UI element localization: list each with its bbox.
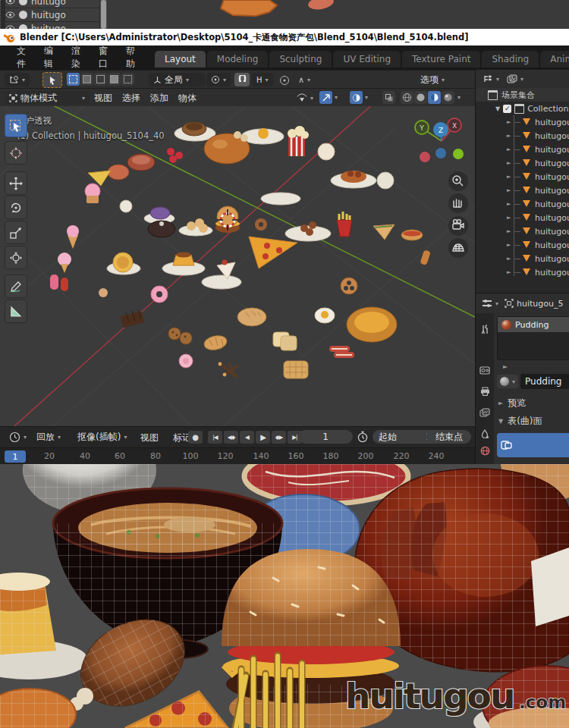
outliner-item[interactable]: ►huitugou <box>476 115 569 129</box>
tab-view-layer[interactable] <box>478 406 492 419</box>
outliner-display-mode-dropdown[interactable]: ▾ <box>482 72 501 86</box>
food-cup[interactable] <box>377 172 394 189</box>
menu-view[interactable]: 视图 <box>87 92 119 105</box>
snap-target-dropdown[interactable]: H ▾ <box>252 73 273 86</box>
active-tool-button[interactable] <box>42 72 62 88</box>
select-invert-button[interactable] <box>108 73 121 86</box>
select-subtract-button[interactable] <box>94 73 107 86</box>
scrollbar-thumb[interactable] <box>101 0 106 29</box>
food-waffle[interactable] <box>284 361 308 378</box>
menu-help[interactable]: 帮助 <box>117 46 144 70</box>
food-chocolate[interactable] <box>121 309 145 328</box>
food-bacon[interactable] <box>329 346 354 358</box>
browse-material-button[interactable]: ▾ <box>497 375 518 388</box>
food-berry-pie[interactable] <box>150 207 170 219</box>
tab-uv-editing[interactable]: UV Editing <box>333 51 401 67</box>
options-dropdown[interactable]: 选项 ▾ <box>416 73 449 86</box>
outliner-item[interactable]: ►huitugou <box>476 197 569 211</box>
transform-orientation-dropdown[interactable]: 全局 ▾ <box>149 73 205 86</box>
surface-section-header[interactable]: ▼ 表(曲)面 <box>498 415 542 428</box>
outliner-item[interactable]: ►huitugou <box>476 252 569 265</box>
food-cluster[interactable] <box>50 122 431 378</box>
menu-timeline-view[interactable]: 视图 <box>140 431 159 444</box>
outliner-item[interactable]: ►huitugou <box>476 156 569 170</box>
tab-shading[interactable]: Shading <box>482 51 539 67</box>
tab-layout[interactable]: Layout <box>155 51 206 67</box>
outliner-item[interactable]: ►huitugou <box>476 265 569 279</box>
use-nodes-button[interactable] <box>497 433 569 457</box>
food-pretzel[interactable] <box>341 278 357 294</box>
pivot-point-dropdown[interactable]: ▾ <box>206 73 231 86</box>
collection-row[interactable]: ▼ ✓ Collection <box>476 102 569 115</box>
tab-texture-paint[interactable]: Texture Paint <box>402 51 480 67</box>
expand-icon[interactable]: ▼ <box>495 105 500 112</box>
tool-annotate[interactable] <box>5 275 27 298</box>
food-toast[interactable] <box>273 332 297 350</box>
tab-sculpting[interactable]: Sculpting <box>269 51 332 67</box>
properties-editor-dropdown[interactable]: ▾ <box>480 297 500 310</box>
food-popsicles[interactable] <box>50 275 68 291</box>
food-croissant[interactable] <box>203 334 228 352</box>
visibility-filter-dropdown[interactable]: ▾ <box>292 91 318 105</box>
navigation-gizmo[interactable]: Y X Z <box>415 118 464 162</box>
prev-keyframe-button[interactable]: ◀◆ <box>224 431 238 444</box>
food-teacup[interactable] <box>120 200 132 212</box>
camera-view-button[interactable] <box>448 216 468 236</box>
timeline-editor-dropdown[interactable]: ▾ <box>5 430 31 444</box>
menu-file[interactable]: 文件 <box>8 46 35 70</box>
menu-render[interactable]: 渲染 <box>62 46 90 70</box>
food-pizza-slice[interactable] <box>249 237 297 268</box>
menu-add[interactable]: 添加 <box>143 92 175 105</box>
menu-playback[interactable]: 回放▾ <box>32 430 65 444</box>
shading-material-button[interactable] <box>428 91 441 104</box>
outliner-item[interactable]: ►huitugou <box>476 143 569 156</box>
material-slot-row[interactable]: Pudding <box>498 317 569 332</box>
food-fried-egg[interactable] <box>315 308 335 323</box>
tab-output[interactable] <box>478 384 492 398</box>
gizmo-dot-blue[interactable] <box>435 148 446 158</box>
menu-edit[interactable]: 编辑 <box>35 46 62 70</box>
outliner-item[interactable]: ►huitugou <box>476 211 569 224</box>
menu-select[interactable]: 选择 <box>115 92 147 105</box>
gizmo-toggle[interactable] <box>319 91 332 104</box>
snap-toggle-button[interactable] <box>234 73 250 86</box>
food-strawberries[interactable] <box>167 148 183 163</box>
window-title-bar[interactable]: Blender [C:\Users\Administrator\Desktop\… <box>0 29 569 46</box>
gizmo-dot-red[interactable] <box>420 152 430 162</box>
list-item[interactable]: huitugo <box>5 0 99 8</box>
material-name-field[interactable]: Pudding <box>520 374 569 389</box>
auto-keying-button[interactable] <box>357 431 369 443</box>
tool-select-box[interactable] <box>5 114 27 137</box>
food-hotdog[interactable] <box>401 230 423 240</box>
menu-keying[interactable]: 抠像(插帧)▾ <box>73 430 131 444</box>
menu-window[interactable]: 窗口 <box>90 46 117 70</box>
food-pie[interactable] <box>347 307 397 342</box>
food-bun[interactable] <box>318 143 335 160</box>
food-pink-donut[interactable] <box>151 286 168 303</box>
zoom-button[interactable] <box>448 171 468 191</box>
list-item[interactable]: huitugo <box>5 22 99 29</box>
preview-section-header[interactable]: ► 预览 <box>498 397 526 410</box>
food-mini-donut[interactable] <box>255 218 267 231</box>
prev-frame-button[interactable]: ◀ <box>240 431 254 444</box>
ortho-toggle-button[interactable] <box>448 238 468 258</box>
shading-wireframe-button[interactable] <box>401 91 413 104</box>
food-ham[interactable] <box>108 165 129 180</box>
shading-solid-button[interactable] <box>414 91 427 104</box>
current-frame-field[interactable]: 1 <box>298 430 353 444</box>
outliner-item[interactable]: ►huitugou <box>476 170 569 184</box>
overlays-toggle[interactable] <box>350 91 363 104</box>
next-keyframe-button[interactable]: ◆▶ <box>272 431 286 444</box>
food-corndog[interactable] <box>420 249 430 265</box>
menu-object[interactable]: 物体 <box>171 92 203 105</box>
outliner-item[interactable]: ►huitugou <box>476 224 569 238</box>
select-intersect-button[interactable] <box>121 73 134 86</box>
falloff-dropdown[interactable]: ∧ ▾ <box>294 73 315 86</box>
gizmo-dot-green[interactable] <box>453 149 464 159</box>
tab-tool[interactable] <box>478 322 492 336</box>
list-item[interactable]: huitugo <box>5 8 99 21</box>
tab-scene[interactable] <box>478 427 492 441</box>
outliner-filter-dropdown[interactable]: ▾ <box>505 72 525 86</box>
overlays-dropdown[interactable]: ▾ <box>350 91 368 104</box>
record-button[interactable]: ● <box>188 431 203 444</box>
